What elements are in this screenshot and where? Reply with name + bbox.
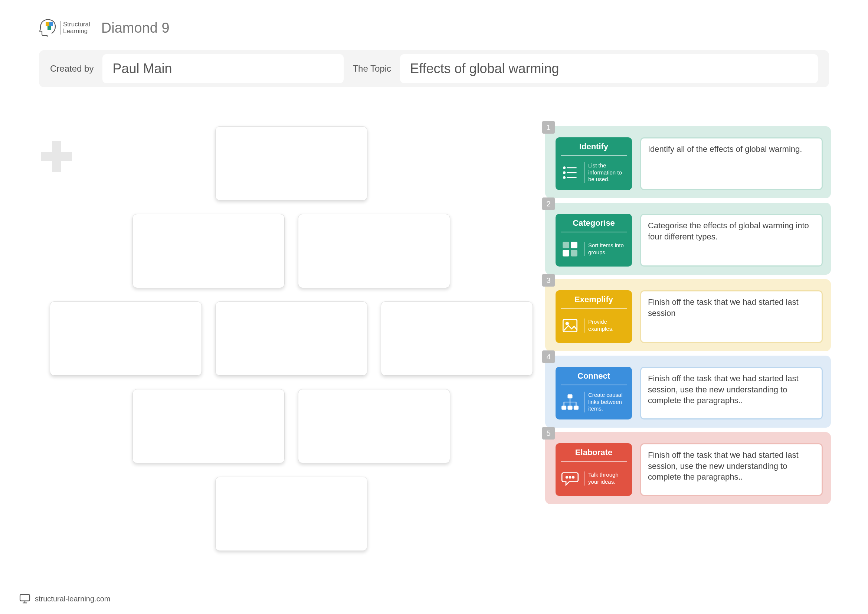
diamond-card[interactable] xyxy=(132,389,285,463)
info-bar: Created by The Topic xyxy=(39,50,829,87)
svg-point-14 xyxy=(566,322,569,325)
step-text[interactable]: Identify all of the effects of global wa… xyxy=(640,137,823,190)
brand-text: Structural Learning xyxy=(60,21,90,34)
topic-label: The Topic xyxy=(353,64,391,74)
step-elaborate: 5 Elaborate Talk through your ideas. xyxy=(545,432,831,504)
badge-title: Exemplify xyxy=(561,295,627,309)
monitor-icon xyxy=(19,594,30,604)
diamond-card[interactable] xyxy=(298,214,450,288)
grid-icon xyxy=(561,240,579,258)
svg-point-5 xyxy=(563,172,565,174)
diamond-card[interactable] xyxy=(298,389,450,463)
diamond-card[interactable] xyxy=(215,477,367,551)
svg-rect-11 xyxy=(563,250,569,256)
steps-panel: 1 Identify List the information to be us… xyxy=(545,126,831,504)
svg-rect-15 xyxy=(568,395,572,398)
svg-point-24 xyxy=(566,477,567,478)
svg-point-25 xyxy=(569,477,571,478)
svg-rect-9 xyxy=(563,242,569,248)
step-connect: 4 Connect xyxy=(545,356,831,428)
step-text[interactable]: Finish off the task that we had started … xyxy=(640,367,823,420)
image-icon xyxy=(561,316,579,335)
diamond-card[interactable] xyxy=(381,301,533,376)
svg-rect-13 xyxy=(563,319,577,332)
diamond-canvas xyxy=(37,126,546,564)
step-number: 3 xyxy=(542,274,555,287)
brand-logo: Structural Learning xyxy=(39,19,90,37)
step-badge: Categorise Sort items into groups. xyxy=(555,214,632,267)
step-exemplify: 3 Exemplify Provide examples. Finish off… xyxy=(545,279,831,351)
svg-rect-18 xyxy=(574,406,578,409)
brand-line1: Structural xyxy=(63,21,90,28)
diamond-card[interactable] xyxy=(50,301,202,376)
topic-input[interactable] xyxy=(400,54,818,83)
step-text[interactable]: Finish off the task that we had started … xyxy=(640,443,823,496)
svg-point-7 xyxy=(563,177,565,178)
footer-url: structural-learning.com xyxy=(35,595,110,603)
badge-title: Elaborate xyxy=(561,448,627,462)
list-icon xyxy=(561,163,579,182)
step-text[interactable]: Categorise the effects of global warming… xyxy=(640,214,823,267)
page-title: Diamond 9 xyxy=(101,20,170,36)
step-badge: Exemplify Provide examples. xyxy=(555,290,632,343)
step-number: 4 xyxy=(542,350,555,363)
step-number: 5 xyxy=(542,427,555,440)
step-badge: Elaborate Talk through your ideas. xyxy=(555,443,632,496)
step-badge: Identify List the information to be used… xyxy=(555,137,632,190)
logo-icon xyxy=(39,19,57,37)
svg-point-26 xyxy=(573,477,574,478)
header: Structural Learning Diamond 9 xyxy=(39,19,170,37)
svg-rect-10 xyxy=(571,242,577,248)
svg-rect-1 xyxy=(50,22,53,26)
step-categorise: 2 Categorise Sort items into groups. xyxy=(545,203,831,275)
svg-rect-2 xyxy=(48,26,51,30)
svg-point-3 xyxy=(563,167,565,169)
svg-rect-27 xyxy=(20,595,30,601)
speech-icon xyxy=(561,469,579,488)
badge-title: Identify xyxy=(561,142,627,156)
step-text[interactable]: Finish off the task that we had started … xyxy=(640,290,823,343)
badge-caption: Talk through your ideas. xyxy=(584,471,627,485)
diamond-card[interactable] xyxy=(132,214,285,288)
badge-title: Connect xyxy=(561,371,627,385)
step-badge: Connect xyxy=(555,367,632,420)
badge-caption: Provide examples. xyxy=(584,318,627,333)
hierarchy-icon xyxy=(561,393,579,411)
step-number: 1 xyxy=(542,121,555,133)
badge-title: Categorise xyxy=(561,218,627,233)
add-card-icon[interactable] xyxy=(41,141,71,171)
diamond-card[interactable] xyxy=(215,126,367,200)
brand-line2: Learning xyxy=(63,28,90,34)
svg-rect-16 xyxy=(562,406,566,409)
footer: structural-learning.com xyxy=(19,594,110,604)
svg-rect-17 xyxy=(568,406,572,409)
step-identify: 1 Identify List the information to be us… xyxy=(545,126,831,198)
created-by-label: Created by xyxy=(50,64,93,74)
step-number: 2 xyxy=(542,197,555,210)
svg-rect-12 xyxy=(571,250,577,256)
svg-rect-0 xyxy=(46,22,50,26)
badge-caption: Create causal links between items. xyxy=(584,392,627,412)
diamond-card[interactable] xyxy=(215,301,367,376)
badge-caption: Sort items into groups. xyxy=(584,242,627,256)
author-input[interactable] xyxy=(102,54,344,83)
badge-caption: List the information to be used. xyxy=(584,162,627,183)
